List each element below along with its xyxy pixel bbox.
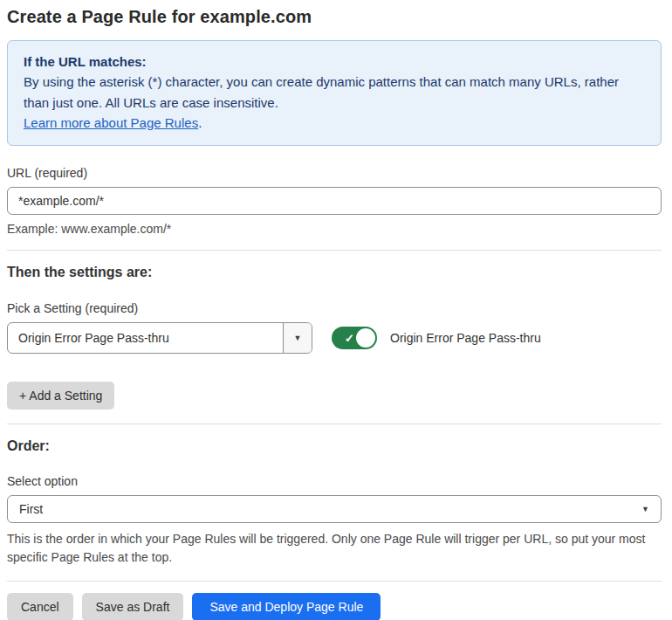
url-field-label: URL (required) [7, 166, 662, 180]
chevron-down-icon: ▼ [294, 334, 302, 342]
divider [7, 424, 662, 424]
url-example-hint: Example: www.example.com/* [7, 222, 662, 236]
url-match-info-box: If the URL matches: By using the asteris… [7, 40, 662, 146]
info-box-body: By using the asterisk (*) character, you… [24, 72, 645, 113]
page-rule-form: Create a Page Rule for example.com If th… [0, 0, 672, 620]
learn-more-link[interactable]: Learn more about Page Rules [24, 115, 198, 130]
order-help-text: This is the order in which your Page Rul… [7, 530, 656, 567]
info-box-link-line: Learn more about Page Rules. [24, 113, 645, 133]
cancel-button[interactable]: Cancel [7, 593, 73, 620]
order-select-label: Select option [7, 474, 662, 488]
setting-select[interactable]: Origin Error Page Pass-thru ▼ [7, 322, 312, 354]
divider [7, 581, 662, 582]
check-icon: ✓ [345, 333, 354, 344]
order-select-value: First [19, 502, 43, 516]
order-section-heading: Order: [7, 438, 662, 454]
toggle-knob [356, 328, 375, 348]
add-setting-button[interactable]: + Add a Setting [7, 382, 114, 410]
toggle-label: Origin Error Page Pass-thru [390, 331, 541, 345]
setting-toggle[interactable]: ✓ [332, 327, 377, 349]
url-input[interactable] [7, 187, 662, 215]
page-title: Create a Page Rule for example.com [7, 7, 662, 27]
pick-setting-label: Pick a Setting (required) [7, 301, 662, 315]
link-suffix: . [198, 115, 202, 130]
order-select[interactable]: First ▼ [7, 495, 662, 523]
setting-select-value: Origin Error Page Pass-thru [8, 323, 283, 353]
chevron-down-icon: ▼ [641, 505, 649, 513]
setting-select-arrow-button[interactable]: ▼ [283, 323, 312, 353]
divider [7, 250, 662, 251]
settings-section-heading: Then the settings are: [7, 265, 662, 280]
info-box-heading: If the URL matches: [24, 52, 645, 72]
save-deploy-button[interactable]: Save and Deploy Page Rule [192, 593, 381, 620]
form-action-bar: Cancel Save as Draft Save and Deploy Pag… [7, 593, 662, 620]
save-draft-button[interactable]: Save as Draft [82, 593, 184, 620]
setting-picker-row: Origin Error Page Pass-thru ▼ ✓ Origin E… [7, 322, 662, 354]
